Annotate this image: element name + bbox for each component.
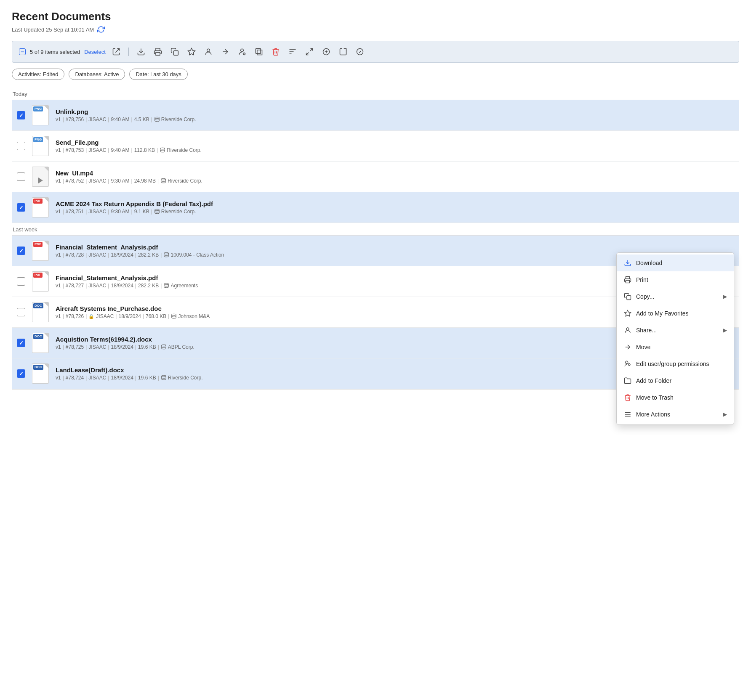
add-toolbar-icon[interactable] [320,45,333,58]
doc-info-2: Send_File.png v1 | #78,753 | JISAAC | 9:… [56,139,734,153]
share-arrow-icon: ▶ [723,327,727,333]
svg-point-23 [155,117,160,119]
table-row[interactable]: PDF ACME 2024 Tax Return Appendix B (Fed… [12,192,739,223]
copy2-toolbar-icon[interactable] [253,45,265,58]
file-icon-9: DOC [31,363,50,384]
ctx-add-favorites[interactable]: Add to My Favorites [617,305,734,322]
section-lastweek: Last week [12,223,739,236]
doc-name-4: ACME 2024 Tax Return Appendix B (Federal… [56,200,734,207]
export-icon[interactable] [110,45,123,58]
doc-meta-4: v1 | #78,751 | JISAAC | 9:30 AM | 9.1 KB… [56,209,734,215]
refresh-icon[interactable] [97,26,105,33]
ctx-copy[interactable]: Copy... ▶ [617,288,734,305]
svg-line-18 [306,53,309,55]
ctx-trash[interactable]: Move to Trash [617,389,734,406]
row-checkbox-6[interactable] [17,277,25,286]
ctx-move[interactable]: Move [617,339,734,355]
user-toolbar-icon[interactable] [202,45,215,58]
file-icon-1: PNG [31,104,50,126]
doc-name-3: New_UI.mp4 [56,170,734,177]
table-row[interactable]: PNG Send_File.png v1 | #78,753 | JISAAC … [12,131,739,162]
ctx-permissions[interactable]: Edit user/group permissions [617,355,734,372]
ctx-share[interactable]: Share... ▶ [617,322,734,339]
filter-bar: Activities: Edited Databases: Active Dat… [12,69,739,80]
doc-name-5: Financial_Statement_Analysis.pdf [56,244,734,251]
export2-toolbar-icon[interactable] [337,45,349,58]
svg-rect-35 [627,296,631,300]
print-icon [623,276,632,284]
ctx-download[interactable]: Download [617,255,734,271]
table-row[interactable]: PNG Unlink.png v1 | #78,756 | JISAAC | 9… [12,100,739,131]
file-icon-6: PDF [31,270,50,292]
doc-info-1: Unlink.png v1 | #78,756 | JISAAC | 9:40 … [56,108,734,122]
row-checkbox-5[interactable] [17,247,25,255]
doc-info-3: New_UI.mp4 v1 | #78,752 | JISAAC | 9:30 … [56,170,734,184]
filter-activities[interactable]: Activities: Edited [12,69,64,80]
svg-marker-25 [38,178,43,184]
ctx-print[interactable]: Print [617,271,734,288]
partial-select-icon [19,48,26,55]
filter-date[interactable]: Date: Last 30 days [129,69,187,80]
doc-meta-2: v1 | #78,753 | JISAAC | 9:40 AM | 112.8 … [56,147,734,153]
download-toolbar-icon[interactable] [135,45,147,58]
delete-toolbar-icon[interactable] [269,45,282,58]
star-icon [623,309,632,318]
ctx-add-folder[interactable]: Add to Folder [617,372,734,389]
row-checkbox-9[interactable] [17,369,25,378]
table-row[interactable]: New_UI.mp4 v1 | #78,752 | JISAAC | 9:30 … [12,162,739,192]
row-checkbox-3[interactable] [17,172,25,181]
ctx-more-label: More Actions [636,411,719,418]
file-icon-8: DOC [31,332,50,354]
svg-point-29 [164,283,169,285]
svg-marker-4 [188,48,195,55]
copy-icon [623,292,632,301]
selection-count: 5 of 9 items selected [30,49,80,55]
svg-line-17 [310,49,312,51]
row-checkbox-8[interactable] [17,339,25,347]
svg-point-39 [626,361,628,363]
sort-toolbar-icon[interactable] [286,45,299,58]
file-icon-4: PDF [31,196,50,218]
row-checkbox-4[interactable] [17,203,25,212]
permissions-toolbar-icon[interactable] [236,45,248,58]
context-menu: Download Print Copy... ▶ Add to My Favor… [616,252,734,425]
svg-point-26 [161,178,166,180]
ctx-copy-label: Copy... [636,293,719,300]
svg-marker-36 [625,310,631,316]
row-checkbox-7[interactable] [17,308,25,316]
page-title: Recent Documents [12,10,739,23]
move-toolbar-icon[interactable] [219,45,232,58]
print-toolbar-icon[interactable] [152,45,164,58]
svg-point-28 [164,252,169,254]
row-checkbox-1[interactable] [17,111,25,119]
file-icon-2: PNG [31,135,50,157]
favorite-toolbar-icon[interactable] [185,45,198,58]
more-arrow-icon: ▶ [723,411,727,417]
svg-rect-3 [173,51,178,56]
svg-point-31 [162,345,166,346]
svg-point-5 [207,49,210,52]
deselect-button[interactable]: Deselect [84,49,106,55]
ctx-more-actions[interactable]: More Actions ▶ [617,406,734,423]
check-toolbar-icon[interactable] [354,45,366,58]
doc-name-2: Send_File.png [56,139,734,146]
row-checkbox-2[interactable] [17,142,25,150]
filter-databases[interactable]: Databases: Active [69,69,125,80]
copy-toolbar-icon[interactable] [168,45,181,58]
svg-rect-13 [256,49,261,54]
toolbar: 5 of 9 items selected Deselect [12,41,739,63]
expand-toolbar-icon[interactable] [303,45,316,58]
svg-point-37 [626,328,629,330]
svg-line-0 [115,49,119,53]
ctx-permissions-label: Edit user/group permissions [636,361,727,367]
svg-point-24 [160,148,165,149]
permissions-icon [623,360,632,368]
ctx-share-label: Share... [636,327,719,334]
doc-meta-1: v1 | #78,756 | JISAAC | 9:40 AM | 4.5 KB… [56,117,734,122]
ctx-favorites-label: Add to My Favorites [636,310,727,317]
svg-rect-2 [156,53,160,56]
share-icon [623,326,632,334]
file-icon-5: PDF [31,240,50,262]
section-today: Today [12,88,739,100]
ctx-folder-label: Add to Folder [636,377,727,384]
